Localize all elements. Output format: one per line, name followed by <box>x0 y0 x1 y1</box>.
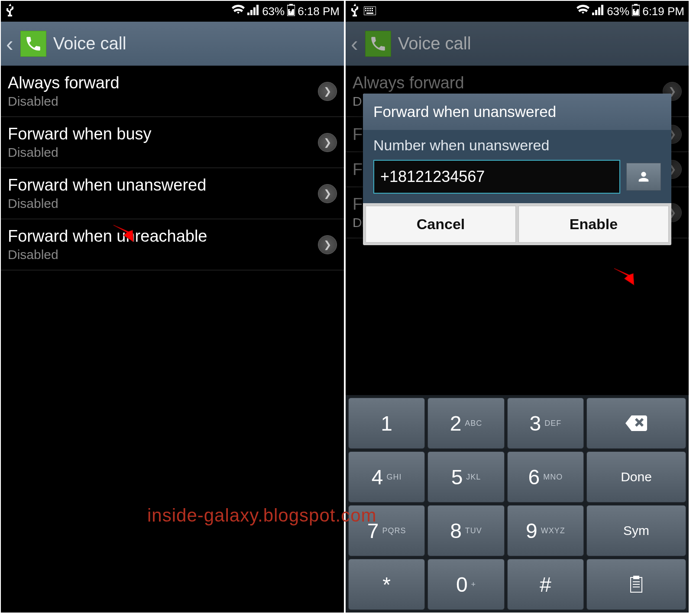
svg-rect-5 <box>367 8 369 9</box>
keyboard-icon <box>364 5 376 18</box>
header-bar[interactable]: ‹ Voice call <box>346 22 689 66</box>
keypad-backspace-button[interactable] <box>586 398 686 449</box>
numeric-keypad: 12ABC3DEF4GHI5JKL6MNODone7PQRS8TUV9WXYZS… <box>346 395 689 613</box>
chevron-right-icon[interactable]: ❯ <box>318 82 337 101</box>
chevron-right-icon[interactable]: ❯ <box>318 184 337 203</box>
setting-status: Disabled <box>8 247 207 262</box>
setting-forward-busy[interactable]: Forward when busy Disabled ❯ <box>1 117 344 168</box>
status-bar: 63% 6:19 PM <box>346 1 689 22</box>
svg-rect-8 <box>365 10 366 11</box>
svg-rect-4 <box>365 8 366 9</box>
svg-rect-1 <box>289 4 293 5</box>
header-title: Voice call <box>398 34 471 53</box>
clock-text: 6:18 PM <box>298 5 340 18</box>
keypad-key-#[interactable]: # <box>507 559 584 610</box>
setting-status: Disabled <box>8 196 206 211</box>
signal-icon <box>592 5 604 18</box>
svg-rect-11 <box>372 10 373 11</box>
usb-icon <box>350 3 360 19</box>
keypad-key-5[interactable]: 5JKL <box>427 451 504 503</box>
phone-number-input[interactable] <box>373 160 620 194</box>
setting-title: F <box>353 160 363 179</box>
setting-title: Always forward <box>353 74 464 92</box>
battery-icon <box>287 4 295 19</box>
keypad-key-*[interactable]: * <box>348 559 425 610</box>
setting-forward-unreachable[interactable]: Forward when unreachable Disabled ❯ <box>1 219 344 270</box>
forward-dialog: Forward when unanswered Number when unan… <box>363 94 671 245</box>
keypad-key-9[interactable]: 9WXYZ <box>507 505 584 556</box>
pick-contact-button[interactable] <box>626 163 661 191</box>
setting-title: Forward when busy <box>8 125 152 143</box>
header-bar[interactable]: ‹ Voice call <box>1 22 344 66</box>
phone-icon <box>20 31 46 57</box>
svg-rect-6 <box>369 8 371 9</box>
svg-rect-12 <box>366 13 373 14</box>
setting-title: F <box>353 125 363 144</box>
setting-title: Forward when unreachable <box>8 227 207 246</box>
dialog-title: Forward when unanswered <box>363 94 671 130</box>
chevron-right-icon[interactable]: ❯ <box>318 133 337 152</box>
phone-icon <box>365 31 391 57</box>
svg-rect-7 <box>372 8 373 9</box>
back-icon[interactable]: ‹ <box>351 31 358 56</box>
setting-forward-unanswered[interactable]: Forward when unanswered Disabled ❯ <box>1 168 344 219</box>
keypad-sym-button[interactable]: Sym <box>586 505 686 556</box>
enable-button[interactable]: Enable <box>518 206 669 243</box>
keypad-key-3[interactable]: 3DEF <box>507 398 584 449</box>
setting-status: Disabled <box>8 145 152 160</box>
keypad-done-button[interactable]: Done <box>586 451 686 503</box>
cancel-button[interactable]: Cancel <box>366 206 516 243</box>
svg-rect-17 <box>633 576 639 579</box>
dialog-label: Number when unanswered <box>373 137 661 154</box>
keypad-key-4[interactable]: 4GHI <box>348 451 425 503</box>
svg-rect-9 <box>367 10 369 11</box>
back-icon[interactable]: ‹ <box>6 31 13 56</box>
keypad-key-2[interactable]: 2ABC <box>427 398 504 449</box>
right-screenshot: 63% 6:19 PM ‹ Voice call Always forward … <box>345 0 690 613</box>
keypad-key-1[interactable]: 1 <box>348 398 425 449</box>
setting-title: Always forward <box>8 74 120 92</box>
svg-rect-10 <box>369 10 371 11</box>
status-bar: 63% 6:18 PM <box>1 1 344 22</box>
battery-icon <box>632 4 640 19</box>
chevron-right-icon[interactable]: ❯ <box>318 235 337 254</box>
signal-icon <box>247 5 259 18</box>
setting-title: Forward when unanswered <box>8 176 206 195</box>
keypad-key-8[interactable]: 8TUV <box>427 505 504 556</box>
setting-always-forward[interactable]: Always forward Disabled ❯ <box>1 66 344 117</box>
wifi-icon <box>576 5 589 18</box>
keypad-clipboard-button[interactable] <box>586 559 686 610</box>
wifi-icon <box>232 5 245 18</box>
watermark-text: inside-galaxy.blogspot.com <box>147 505 377 526</box>
keypad-key-0[interactable]: 0+ <box>427 559 504 610</box>
usb-icon <box>5 3 16 19</box>
setting-status: Disabled <box>8 94 120 109</box>
header-title: Voice call <box>53 34 126 53</box>
battery-text: 63% <box>262 5 285 18</box>
svg-rect-14 <box>634 4 638 5</box>
keypad-key-6[interactable]: 6MNO <box>507 451 584 503</box>
clock-text: 6:19 PM <box>642 5 684 18</box>
battery-text: 63% <box>607 5 629 18</box>
